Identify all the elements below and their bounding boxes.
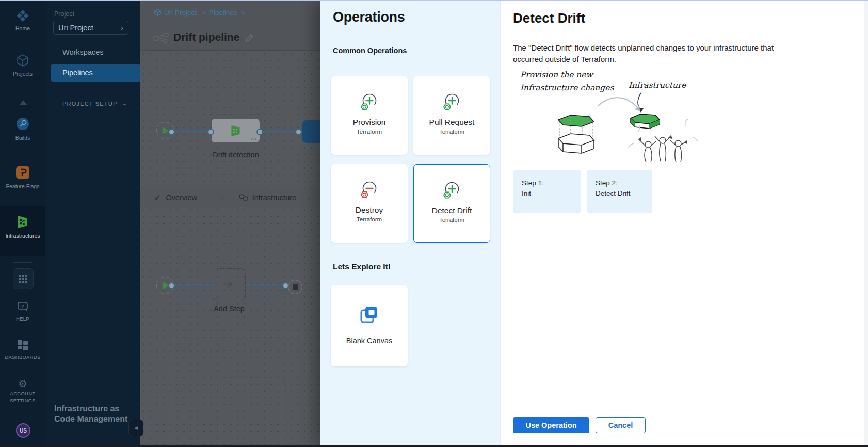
connector-line xyxy=(174,131,213,132)
project-sidebar: Project Uri Project › Workspaces Pipelin… xyxy=(45,1,140,445)
dashboards-icon xyxy=(17,340,28,351)
collapse-section-icon[interactable] xyxy=(20,100,27,105)
cancel-button[interactable]: Cancel xyxy=(596,417,646,433)
connector-line xyxy=(246,284,285,285)
background-logo-shape xyxy=(218,378,285,447)
stage1-step-node[interactable]: </> xyxy=(212,119,260,142)
breadcrumb: Uri Project > Pipelines > xyxy=(140,1,320,25)
help-chat-icon: ? xyxy=(17,301,29,313)
operation-card-provision[interactable]: Provision Terraform xyxy=(331,76,408,155)
operation-provider: Terraform xyxy=(413,129,490,135)
operation-name: Provision xyxy=(331,118,408,127)
chevron-right-icon: › xyxy=(221,194,224,202)
sidebar-item-workspaces[interactable]: Workspaces xyxy=(45,43,140,61)
sidebar-item-projects[interactable]: Projects xyxy=(0,54,45,77)
chevron-right-icon: › xyxy=(121,24,123,32)
chevron-left-icon: ◀ xyxy=(134,425,138,430)
sidebar-collapse-button[interactable]: ◀ xyxy=(128,420,143,436)
detail-description: The "Detect Drift" flow detects unplanne… xyxy=(513,42,796,65)
scrollbar-track[interactable] xyxy=(864,1,868,445)
divider xyxy=(54,92,129,92)
connector-dot xyxy=(168,129,175,135)
home-icon xyxy=(17,9,29,22)
step-subtitle: Detect Drift xyxy=(596,188,652,199)
project-cube-icon xyxy=(154,8,162,17)
terraform-add-icon xyxy=(440,91,464,115)
module-switcher-button[interactable] xyxy=(13,268,34,289)
sidebar-item-label: Builds xyxy=(0,135,45,141)
infrastructures-icon xyxy=(15,215,30,229)
sidebar-item-builds[interactable]: Builds xyxy=(0,117,45,141)
operation-card-destroy[interactable]: Destroy Terraform xyxy=(331,164,408,243)
pipeline-icon xyxy=(153,33,169,43)
stop-icon xyxy=(293,284,298,290)
project-section-label: Project xyxy=(54,10,74,18)
connector-dot xyxy=(168,282,175,289)
svg-text:?: ? xyxy=(21,304,24,309)
check-icon: ✓ xyxy=(154,193,161,202)
chevron-down-icon[interactable]: ⌄ xyxy=(122,99,127,107)
sidebar-item-dashboards[interactable]: DASHBOARDS xyxy=(0,340,45,360)
breadcrumb-link-project[interactable]: Uri Project xyxy=(164,9,197,17)
blank-canvas-icon xyxy=(358,304,381,327)
add-step-node[interactable]: + xyxy=(213,268,246,301)
app-window: Home Projects Builds Feature Flags xyxy=(0,0,868,447)
tab-overview[interactable]: Overview xyxy=(166,194,197,202)
sidebar-item-pipelines[interactable]: Pipelines xyxy=(51,64,140,82)
sidebar-item-feature-flags[interactable]: Feature Flags xyxy=(0,165,45,189)
stage1-node-label: Drift detection xyxy=(202,151,269,159)
operation-name: Destroy xyxy=(331,205,408,215)
breadcrumb-link-pipelines[interactable]: Pipelines xyxy=(209,9,237,17)
stage2-end-node[interactable] xyxy=(288,280,302,294)
operation-provider: Terraform xyxy=(331,216,408,222)
grid-icon xyxy=(19,275,27,283)
sidebar-item-home[interactable]: Home xyxy=(0,9,45,31)
blank-canvas-card[interactable]: Blank Canvas xyxy=(331,285,408,366)
sidebar-item-infrastructures[interactable]: Infrastructures xyxy=(0,215,45,239)
sidebar-item-account-settings[interactable]: ⚙ ACCOUNT SETTINGS xyxy=(0,379,45,404)
operation-detail-panel: Detect Drift The "Detect Drift" flow det… xyxy=(500,1,868,445)
window-top-edge xyxy=(0,0,868,1)
user-avatar[interactable]: US xyxy=(16,423,30,438)
builds-icon xyxy=(15,117,30,131)
operations-drawer: Operations Common Operations Provision T… xyxy=(320,1,500,445)
step-title: Step 2: xyxy=(596,178,652,188)
avatar-initials: US xyxy=(20,428,27,434)
operation-card-detect-drift[interactable]: Detect Drift Terraform xyxy=(413,164,490,243)
step-box-1: Step 1: Init xyxy=(513,170,581,213)
projects-icon xyxy=(16,54,29,67)
detect-drift-illustration: Provision the new Infrastructure changes… xyxy=(511,66,702,172)
project-selector-value: Uri Project xyxy=(58,24,93,32)
infrastructure-step-icon xyxy=(229,124,242,137)
operation-provider: Terraform xyxy=(414,217,490,223)
connector-dot xyxy=(295,129,302,135)
project-setup-toggle[interactable]: PROJECT SETUP xyxy=(62,101,117,107)
nav-rail: Home Projects Builds Feature Flags xyxy=(0,1,45,445)
code-badge: </> xyxy=(250,137,257,141)
blank-canvas-label: Blank Canvas xyxy=(331,337,408,345)
sidebar-item-label: Infrastructures xyxy=(0,233,45,239)
common-operations-heading: Common Operations xyxy=(333,46,407,55)
use-operation-button[interactable]: Use Operation xyxy=(513,417,589,433)
sidebar-item-help[interactable]: ? HELP xyxy=(0,301,45,322)
project-selector[interactable]: Uri Project › xyxy=(53,21,128,35)
edit-pencil-icon[interactable] xyxy=(245,34,254,43)
pipeline-tabbar: ✓ Overview › Infrastructure › xyxy=(140,188,320,207)
operation-name: Pull Request xyxy=(413,118,490,127)
sidebar-item-label: HELP xyxy=(0,316,45,322)
sidebar-item-label: Pipelines xyxy=(62,69,93,77)
tab-infrastructure[interactable]: Infrastructure xyxy=(252,194,296,202)
operation-card-pull-request[interactable]: Pull Request Terraform xyxy=(413,76,490,155)
operation-provider: Terraform xyxy=(331,129,408,135)
connector-line xyxy=(174,284,213,285)
connector-dot xyxy=(207,129,214,135)
connector-line xyxy=(262,131,298,132)
feature-flags-icon xyxy=(15,165,30,180)
terraform-add-icon xyxy=(440,179,464,203)
pipeline-editor: Uri Project > Pipelines > Drift pipeline xyxy=(140,1,320,445)
step-subtitle: Init xyxy=(522,188,581,199)
divider xyxy=(320,38,500,38)
infrastructure-tab-icon xyxy=(239,194,249,202)
page-title-row: Drift pipeline xyxy=(140,25,320,51)
window-bottom-edge xyxy=(0,445,868,447)
